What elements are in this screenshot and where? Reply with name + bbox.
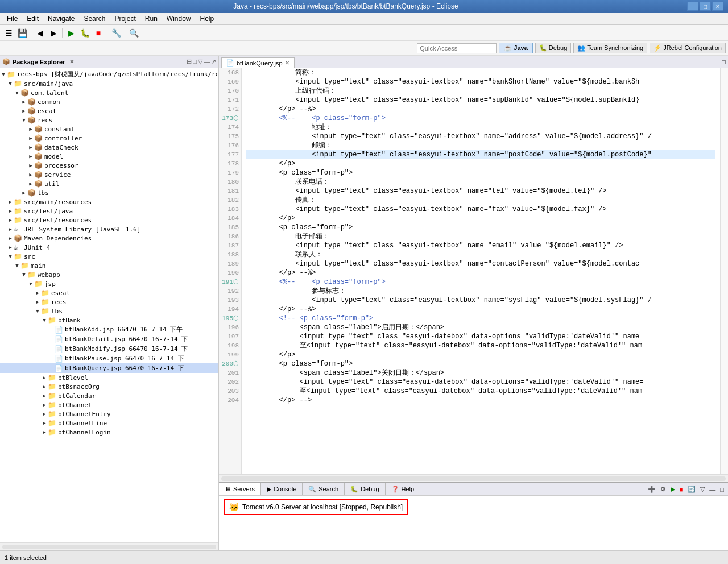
menu-run[interactable]: Run xyxy=(140,14,162,24)
code-line[interactable]: <span class="label">启用日期：</span> xyxy=(246,323,715,332)
code-line[interactable]: 参与标志： xyxy=(246,287,715,296)
tree-arrow-icon[interactable]: ▶ xyxy=(41,393,48,399)
tree-arrow-icon[interactable]: ▼ xyxy=(34,308,41,314)
code-line[interactable]: </p> xyxy=(246,350,715,359)
editor-maximize-icon[interactable]: □ xyxy=(722,59,726,65)
code-line[interactable]: 简称： xyxy=(246,68,715,77)
tree-item[interactable]: ▼📁src/main/java xyxy=(0,79,218,88)
tree-arrow-icon[interactable]: ▶ xyxy=(34,299,41,305)
tree-item[interactable]: ▼📁tbs xyxy=(0,306,218,316)
editor-scrollbar-h[interactable] xyxy=(219,474,728,482)
new-button[interactable]: ☰ xyxy=(2,27,15,39)
save-button[interactable]: 💾 xyxy=(16,27,28,39)
code-area[interactable]: 简称： <input type="text" class="easyui-tex… xyxy=(242,68,720,474)
tree-item[interactable]: ▶📦common xyxy=(0,97,218,106)
code-line[interactable]: <p class="form-p"> xyxy=(246,223,715,232)
menu-edit[interactable]: Edit xyxy=(22,14,43,24)
tree-item[interactable]: 📄btBankQuery.jsp 66470 16-7-14 下 xyxy=(0,363,218,373)
tree-item[interactable]: ▶📦tbs xyxy=(0,188,218,197)
tab-debug[interactable]: 🐛 Debug xyxy=(345,483,385,495)
tree-item[interactable]: ▶📁src/test/resources xyxy=(0,215,218,225)
tree-arrow-icon[interactable]: ▶ xyxy=(27,135,34,141)
tree-arrow-icon[interactable]: ▶ xyxy=(34,290,41,296)
code-line[interactable]: </p> xyxy=(246,159,715,168)
tree-arrow-icon[interactable]: ▶ xyxy=(7,244,14,250)
code-line[interactable]: <span class="label">关闭日期：</span> xyxy=(246,368,715,378)
tree-item[interactable]: ▼📁src xyxy=(0,252,218,261)
tree-arrow-icon[interactable]: ▶ xyxy=(41,384,48,389)
code-line[interactable]: 传真： xyxy=(246,196,715,205)
code-line[interactable]: </p> xyxy=(246,214,715,223)
code-line[interactable]: </p> --%> xyxy=(246,105,715,114)
tree-arrow-icon[interactable]: ▶ xyxy=(7,208,14,214)
bp-maximize-icon[interactable]: □ xyxy=(718,486,726,494)
minimize-button[interactable]: — xyxy=(687,2,698,11)
tree-item[interactable]: ▼📦recs xyxy=(0,115,218,125)
forward-button[interactable]: ▶ xyxy=(47,27,60,39)
tree-arrow-icon[interactable]: ▶ xyxy=(7,226,14,232)
code-line[interactable]: <input type="text" class="easyui-textbox… xyxy=(246,259,715,268)
tree-arrow-icon[interactable]: ▶ xyxy=(27,163,34,168)
code-line[interactable]: <!-- <p class="form-p"> xyxy=(246,314,715,323)
editor-right-gutter[interactable] xyxy=(720,68,728,474)
tree-arrow-icon[interactable]: ▶ xyxy=(41,420,48,426)
bp-refresh-icon[interactable]: 🔄 xyxy=(686,485,697,494)
tree-arrow-icon[interactable]: ▼ xyxy=(20,117,27,123)
tree-arrow-icon[interactable]: ▶ xyxy=(27,126,34,132)
maximize-button[interactable]: □ xyxy=(700,2,711,11)
tree-arrow-icon[interactable]: ▶ xyxy=(41,429,48,435)
editor-minimize-icon[interactable]: — xyxy=(714,59,721,65)
tree-arrow-icon[interactable]: ▶ xyxy=(7,235,14,241)
tree-arrow-icon[interactable]: ▶ xyxy=(27,144,34,150)
server-entry[interactable]: 🐱 Tomcat v6.0 Server at localhost [Stopp… xyxy=(224,499,408,515)
tree-arrow-icon[interactable]: ▼ xyxy=(14,90,20,96)
pe-maximize-icon[interactable]: □ xyxy=(193,58,197,65)
code-line[interactable]: 联系电话： xyxy=(246,177,715,186)
back-button[interactable]: ◀ xyxy=(34,27,46,39)
tree-item[interactable]: ▼📁jsp xyxy=(0,279,218,288)
tree-arrow-icon[interactable]: ▶ xyxy=(27,154,34,159)
tree-item[interactable]: 📄btBankAdd.jsp 66470 16-7-14 下午 xyxy=(0,325,218,334)
stop-button[interactable]: ■ xyxy=(92,27,105,39)
tree-item[interactable]: ▶📦eseal xyxy=(0,106,218,115)
menu-help[interactable]: Help xyxy=(196,14,219,24)
editor-tab-btbankquery[interactable]: 📄 btBankQuery.jsp ✕ xyxy=(221,57,295,69)
tree-arrow-icon[interactable]: ▼ xyxy=(0,72,7,77)
tree-arrow-icon[interactable]: ▶ xyxy=(27,172,34,177)
pe-scrollbar-h[interactable] xyxy=(0,542,218,550)
tree-arrow-icon[interactable]: ▼ xyxy=(20,272,27,277)
tree-arrow-icon[interactable]: ▶ xyxy=(27,181,34,186)
pe-restore-icon[interactable]: ↗ xyxy=(211,58,216,65)
tree-item[interactable]: ▶📁src/main/resources xyxy=(0,197,218,206)
tree-item[interactable]: ▶📁btBsnaccOrg xyxy=(0,382,218,391)
tree-item[interactable]: ▼📦com.talent xyxy=(0,88,218,97)
code-line[interactable]: <input type="text" class="easyui-datebox… xyxy=(246,378,715,387)
bp-new-server-icon[interactable]: ➕ xyxy=(646,485,657,494)
tree-arrow-icon[interactable]: ▶ xyxy=(20,108,27,114)
window-controls[interactable]: — □ ✕ xyxy=(687,2,723,11)
tree-item[interactable]: ▶📦controller xyxy=(0,134,218,143)
tree-item[interactable]: ▶📁btChannelLogin xyxy=(0,428,218,437)
tree-item[interactable]: ▶📦model xyxy=(0,152,218,161)
run-button[interactable]: ▶ xyxy=(65,27,77,39)
tree-item[interactable]: ▼📁main xyxy=(0,261,218,270)
tab-help[interactable]: ❓ Help xyxy=(386,483,421,495)
bp-run-icon[interactable]: ▶ xyxy=(669,485,677,494)
code-line[interactable]: <input type="text" class="easyui-textbox… xyxy=(246,77,715,86)
pe-menu-icon[interactable]: ▽ xyxy=(198,58,202,65)
code-line[interactable]: 地址： xyxy=(246,123,715,132)
editor-controls[interactable]: — □ xyxy=(714,59,726,65)
code-line[interactable]: <input type="text" class="easyui-textbox… xyxy=(246,132,715,141)
tree-arrow-icon[interactable]: ▼ xyxy=(7,254,14,259)
tree-item[interactable]: ▶📦service xyxy=(0,170,218,179)
tree-arrow-icon[interactable]: ▶ xyxy=(41,411,48,417)
tree-arrow-icon[interactable]: ▶ xyxy=(20,99,27,105)
build-button[interactable]: 🔧 xyxy=(110,27,122,39)
tree-arrow-icon[interactable]: ▶ xyxy=(7,199,14,205)
tree-item[interactable]: 📄btBankDetail.jsp 66470 16-7-14 下 xyxy=(0,334,218,344)
tree-arrow-icon[interactable]: ▶ xyxy=(20,190,27,196)
tree-arrow-icon[interactable]: ▼ xyxy=(27,281,34,287)
code-line[interactable]: <input type="text" class="easyui-textbox… xyxy=(246,150,715,159)
tree-arrow-icon[interactable]: ▶ xyxy=(41,402,48,408)
code-line[interactable]: <p class="form-p"> xyxy=(246,168,715,177)
